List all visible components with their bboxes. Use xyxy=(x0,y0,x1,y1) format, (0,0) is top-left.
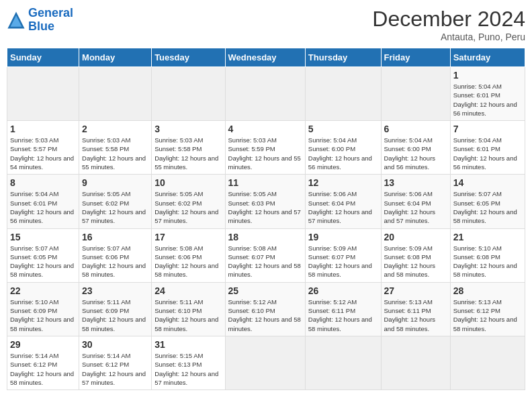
calendar-cell: 5 Sunrise: 5:04 AMSunset: 6:00 PMDayligh… xyxy=(305,121,381,175)
header-day-friday: Friday xyxy=(381,48,450,67)
header-day-saturday: Saturday xyxy=(450,48,525,67)
day-number: 31 xyxy=(154,339,222,350)
day-number: 14 xyxy=(453,177,522,188)
day-info: Sunrise: 5:04 AMSunset: 6:00 PMDaylight:… xyxy=(308,136,378,171)
day-number: 26 xyxy=(308,285,378,296)
day-number: 6 xyxy=(384,124,447,134)
day-number: 8 xyxy=(10,177,76,188)
calendar-cell: 7 Sunrise: 5:04 AMSunset: 6:01 PMDayligh… xyxy=(450,121,525,175)
calendar-cell xyxy=(152,67,225,121)
calendar-cell: 27 Sunrise: 5:13 AMSunset: 6:11 PMDaylig… xyxy=(381,282,450,336)
calendar-cell: 24 Sunrise: 5:11 AMSunset: 6:10 PMDaylig… xyxy=(152,282,225,336)
day-number: 15 xyxy=(10,232,76,242)
day-info: Sunrise: 5:03 AMSunset: 5:59 PMDaylight:… xyxy=(228,136,302,171)
day-number: 17 xyxy=(154,232,222,242)
day-number: 29 xyxy=(10,339,76,350)
day-info: Sunrise: 5:15 AMSunset: 6:13 PMDaylight:… xyxy=(154,351,222,387)
day-info: Sunrise: 5:10 AMSunset: 6:09 PMDaylight:… xyxy=(10,298,76,333)
calendar-cell: 29 Sunrise: 5:14 AMSunset: 6:12 PMDaylig… xyxy=(7,336,79,390)
calendar-cell: 6 Sunrise: 5:04 AMSunset: 6:00 PMDayligh… xyxy=(381,121,450,175)
day-info: Sunrise: 5:13 AMSunset: 6:12 PMDaylight:… xyxy=(453,298,522,333)
calendar-week-row: 8 Sunrise: 5:04 AMSunset: 6:01 PMDayligh… xyxy=(7,175,525,228)
calendar-cell xyxy=(305,336,381,390)
calendar-cell: 23 Sunrise: 5:11 AMSunset: 6:09 PMDaylig… xyxy=(79,282,152,336)
calendar-cell: 17 Sunrise: 5:08 AMSunset: 6:06 PMDaylig… xyxy=(152,228,225,282)
day-number: 3 xyxy=(154,124,222,134)
calendar-cell: 31 Sunrise: 5:15 AMSunset: 6:13 PMDaylig… xyxy=(152,336,225,390)
day-number: 24 xyxy=(154,285,222,296)
calendar-week-row: 1 Sunrise: 5:03 AMSunset: 5:57 PMDayligh… xyxy=(7,121,525,175)
calendar-cell xyxy=(305,67,381,121)
calendar-cell: 26 Sunrise: 5:12 AMSunset: 6:11 PMDaylig… xyxy=(305,282,381,336)
day-info: Sunrise: 5:09 AMSunset: 6:08 PMDaylight:… xyxy=(384,244,447,279)
day-number: 27 xyxy=(384,285,447,296)
day-number: 23 xyxy=(82,285,148,296)
day-info: Sunrise: 5:09 AMSunset: 6:07 PMDaylight:… xyxy=(308,244,378,279)
day-number: 18 xyxy=(228,232,302,242)
calendar-cell: 21 Sunrise: 5:10 AMSunset: 6:08 PMDaylig… xyxy=(450,228,525,282)
calendar-header-row: SundayMondayTuesdayWednesdayThursdayFrid… xyxy=(7,48,525,67)
calendar-cell: 3 Sunrise: 5:03 AMSunset: 5:58 PMDayligh… xyxy=(152,121,225,175)
calendar-cell: 19 Sunrise: 5:09 AMSunset: 6:07 PMDaylig… xyxy=(305,228,381,282)
month-title: December 2024 xyxy=(372,7,525,32)
day-info: Sunrise: 5:05 AMSunset: 6:02 PMDaylight:… xyxy=(82,189,148,225)
day-number: 5 xyxy=(308,124,378,134)
calendar-cell: 1 Sunrise: 5:04 AMSunset: 6:01 PMDayligh… xyxy=(450,67,525,121)
logo-text: General Blue xyxy=(28,7,73,34)
day-number: 19 xyxy=(308,232,378,242)
day-info: Sunrise: 5:05 AMSunset: 6:03 PMDaylight:… xyxy=(228,189,302,225)
calendar-cell: 12 Sunrise: 5:06 AMSunset: 6:04 PMDaylig… xyxy=(305,175,381,228)
day-info: Sunrise: 5:14 AMSunset: 6:12 PMDaylight:… xyxy=(10,351,76,387)
page-header: General Blue December 2024 Antauta, Puno… xyxy=(7,7,525,42)
day-number: 20 xyxy=(384,232,447,242)
day-info: Sunrise: 5:11 AMSunset: 6:09 PMDaylight:… xyxy=(82,298,148,333)
calendar-cell xyxy=(381,336,450,390)
title-block: December 2024 Antauta, Puno, Peru xyxy=(372,7,525,42)
day-info: Sunrise: 5:12 AMSunset: 6:11 PMDaylight:… xyxy=(308,298,378,333)
logo-line2: Blue xyxy=(28,19,54,33)
calendar-cell xyxy=(450,336,525,390)
day-info: Sunrise: 5:06 AMSunset: 6:04 PMDaylight:… xyxy=(308,189,378,225)
calendar-cell: 25 Sunrise: 5:12 AMSunset: 6:10 PMDaylig… xyxy=(225,282,305,336)
day-number: 28 xyxy=(453,285,522,296)
day-info: Sunrise: 5:12 AMSunset: 6:10 PMDaylight:… xyxy=(228,298,302,333)
day-number: 4 xyxy=(228,124,302,134)
header-day-wednesday: Wednesday xyxy=(225,48,305,67)
day-info: Sunrise: 5:06 AMSunset: 6:04 PMDaylight:… xyxy=(384,189,447,225)
header-day-tuesday: Tuesday xyxy=(152,48,225,67)
logo: General Blue xyxy=(7,7,73,34)
day-info: Sunrise: 5:03 AMSunset: 5:58 PMDaylight:… xyxy=(154,136,222,171)
day-info: Sunrise: 5:11 AMSunset: 6:10 PMDaylight:… xyxy=(154,298,222,333)
calendar-cell: 9 Sunrise: 5:05 AMSunset: 6:02 PMDayligh… xyxy=(79,175,152,228)
calendar-cell xyxy=(225,67,305,121)
day-info: Sunrise: 5:04 AMSunset: 6:01 PMDaylight:… xyxy=(453,136,522,171)
day-info: Sunrise: 5:07 AMSunset: 6:06 PMDaylight:… xyxy=(82,244,148,279)
day-info: Sunrise: 5:03 AMSunset: 5:58 PMDaylight:… xyxy=(82,136,148,171)
day-number: 11 xyxy=(228,177,302,188)
day-number: 13 xyxy=(384,177,447,188)
day-number: 16 xyxy=(82,232,148,242)
day-info: Sunrise: 5:08 AMSunset: 6:06 PMDaylight:… xyxy=(154,244,222,279)
calendar-cell: 13 Sunrise: 5:06 AMSunset: 6:04 PMDaylig… xyxy=(381,175,450,228)
day-info: Sunrise: 5:07 AMSunset: 6:05 PMDaylight:… xyxy=(10,244,76,279)
calendar-table: SundayMondayTuesdayWednesdayThursdayFrid… xyxy=(7,48,525,390)
calendar-cell: 11 Sunrise: 5:05 AMSunset: 6:03 PMDaylig… xyxy=(225,175,305,228)
calendar-cell: 20 Sunrise: 5:09 AMSunset: 6:08 PMDaylig… xyxy=(381,228,450,282)
day-number: 21 xyxy=(453,232,522,242)
location-subtitle: Antauta, Puno, Peru xyxy=(372,32,525,42)
day-number: 1 xyxy=(453,70,522,81)
calendar-week-row: 29 Sunrise: 5:14 AMSunset: 6:12 PMDaylig… xyxy=(7,336,525,390)
day-info: Sunrise: 5:07 AMSunset: 6:05 PMDaylight:… xyxy=(453,189,522,225)
day-info: Sunrise: 5:04 AMSunset: 6:00 PMDaylight:… xyxy=(384,136,447,171)
day-info: Sunrise: 5:04 AMSunset: 6:01 PMDaylight:… xyxy=(10,189,76,225)
logo-icon xyxy=(7,11,26,30)
calendar-cell: 15 Sunrise: 5:07 AMSunset: 6:05 PMDaylig… xyxy=(7,228,79,282)
day-info: Sunrise: 5:10 AMSunset: 6:08 PMDaylight:… xyxy=(453,244,522,279)
day-number: 2 xyxy=(82,124,148,134)
day-number: 1 xyxy=(10,124,76,134)
header-day-sunday: Sunday xyxy=(7,48,79,67)
day-info: Sunrise: 5:03 AMSunset: 5:57 PMDaylight:… xyxy=(10,136,76,171)
calendar-cell: 2 Sunrise: 5:03 AMSunset: 5:58 PMDayligh… xyxy=(79,121,152,175)
day-info: Sunrise: 5:05 AMSunset: 6:02 PMDaylight:… xyxy=(154,189,222,225)
calendar-cell: 4 Sunrise: 5:03 AMSunset: 5:59 PMDayligh… xyxy=(225,121,305,175)
